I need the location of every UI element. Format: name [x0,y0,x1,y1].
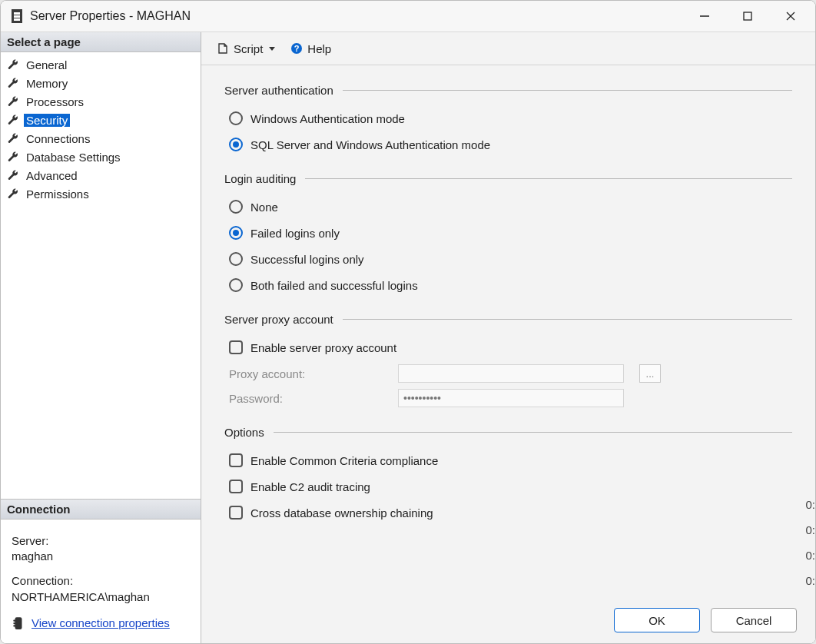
section-login-auditing: Login auditing NoneFailed logins onlySuc… [224,172,792,296]
sidebar-page-permissions[interactable]: Permissions [4,184,201,203]
wrench-icon [7,58,19,71]
browse-proxy-button: ... [639,364,661,383]
connection-header: Connection [1,499,201,520]
login-auditing-option[interactable]: Successful logins only [229,252,364,266]
option-checkbox[interactable] [229,480,243,493]
wrench-icon [7,77,19,89]
login-auditing-option[interactable]: Both failed and successful logins [229,278,418,292]
divider [343,90,792,91]
server-auth-option[interactable]: Windows Authentication mode [229,111,405,125]
minimize-button[interactable] [683,1,726,32]
section-title: Login auditing [224,172,296,185]
option-label: Enable Common Criteria compliance [250,454,438,467]
dialog-footer: OK Cancel [201,600,815,643]
wrench-icon [7,151,19,163]
close-button[interactable] [769,1,812,32]
server-label: Server: [12,533,191,549]
sidebar-page-label: Processors [24,95,86,108]
option-checkbox[interactable] [229,506,243,520]
help-label: Help [307,42,331,55]
window-title: Server Properties - MAGHAN [30,9,191,23]
server-auth-radio[interactable] [229,138,243,151]
enable-proxy-text: Enable server proxy account [250,341,396,354]
sidebar-header: Select a page [1,32,201,52]
sidebar-page-label: Database Settings [24,151,123,164]
proxy-account-input [398,364,624,383]
cancel-button[interactable]: Cancel [711,608,797,632]
script-icon [217,42,229,55]
toolbar: Script ? Help [201,32,815,65]
server-auth-label: SQL Server and Windows Authentication mo… [250,138,490,151]
sidebar-page-memory[interactable]: Memory [4,74,201,92]
sidebar-page-connections[interactable]: Connections [4,129,201,148]
proxy-password-input [398,389,624,407]
sidebar-page-label: Permissions [24,188,91,201]
svg-text:?: ? [294,44,300,53]
sidebar-page-database-settings[interactable]: Database Settings [4,148,201,166]
wrench-icon [7,95,19,108]
divider [274,432,792,433]
sidebar-page-label: Advanced [24,169,80,182]
login-auditing-label: None [250,201,278,214]
script-label: Script [234,42,263,55]
sidebar-page-processors[interactable]: Processors [4,92,201,111]
view-connection-properties-link[interactable]: View connection properties [32,616,170,631]
svg-rect-1 [744,12,751,20]
enable-proxy-checkbox-label[interactable]: Enable server proxy account [229,340,396,354]
login-auditing-option[interactable]: None [229,200,278,214]
login-auditing-radio[interactable] [229,226,243,240]
main-panel: Script ? Help Server authentication Wind… [201,32,815,643]
option-item[interactable]: Cross database ownership chaining [229,506,433,520]
server-auth-radio[interactable] [229,111,243,125]
divider [305,178,792,179]
login-auditing-option[interactable]: Failed logins only [229,226,340,240]
proxy-account-label: Proxy account: [229,367,383,380]
enable-proxy-checkbox[interactable] [229,340,243,354]
sidebar: Select a page GeneralMemoryProcessorsSec… [1,32,201,643]
login-auditing-label: Successful logins only [250,253,364,266]
wrench-icon [7,169,19,181]
connection-panel: Server: maghan Connection: NORTHAMERICA\… [1,520,201,643]
section-title: Server proxy account [224,313,333,326]
sidebar-page-label: General [24,58,69,71]
server-value: maghan [12,549,191,564]
properties-icon [12,616,25,630]
content-area: Server authentication Windows Authentica… [201,65,815,600]
sidebar-page-security[interactable]: Security [4,111,201,129]
ok-button[interactable]: OK [614,608,700,632]
proxy-password-label: Password: [229,392,383,405]
option-checkbox[interactable] [229,453,243,467]
dialog-body: Select a page GeneralMemoryProcessorsSec… [1,32,815,643]
connection-label: Connection: [12,573,191,589]
section-server-authentication: Server authentication Windows Authentica… [224,84,792,155]
connection-value: NORTHAMERICA\maghan [12,589,191,605]
chevron-down-icon [269,47,275,51]
wrench-icon [7,114,19,126]
sidebar-page-label: Memory [24,77,70,90]
login-auditing-label: Both failed and successful logins [250,279,418,292]
option-label: Cross database ownership chaining [250,506,433,520]
option-item[interactable]: Enable Common Criteria compliance [229,453,438,467]
option-label: Enable C2 audit tracing [250,480,370,493]
section-title: Options [224,426,264,439]
maximize-button[interactable] [726,1,769,32]
section-title: Server authentication [224,84,333,97]
help-button[interactable]: ? Help [286,41,336,57]
server-auth-label: Windows Authentication mode [250,112,405,125]
section-options: Options Enable Common Criteria complianc… [224,426,792,523]
script-button[interactable]: Script [212,41,280,57]
sidebar-page-advanced[interactable]: Advanced [4,166,201,184]
divider [343,319,792,320]
sidebar-page-general[interactable]: General [4,55,201,74]
option-item[interactable]: Enable C2 audit tracing [229,480,370,493]
titlebar: Server Properties - MAGHAN [1,1,815,32]
server-auth-option[interactable]: SQL Server and Windows Authentication mo… [229,138,490,151]
page-list: GeneralMemoryProcessorsSecurityConnectio… [1,52,201,203]
login-auditing-radio[interactable] [229,278,243,292]
wrench-icon [7,188,19,200]
login-auditing-radio[interactable] [229,200,243,214]
login-auditing-label: Failed logins only [250,227,340,240]
sidebar-page-label: Security [24,114,70,127]
login-auditing-radio[interactable] [229,252,243,266]
wrench-icon [7,132,19,144]
